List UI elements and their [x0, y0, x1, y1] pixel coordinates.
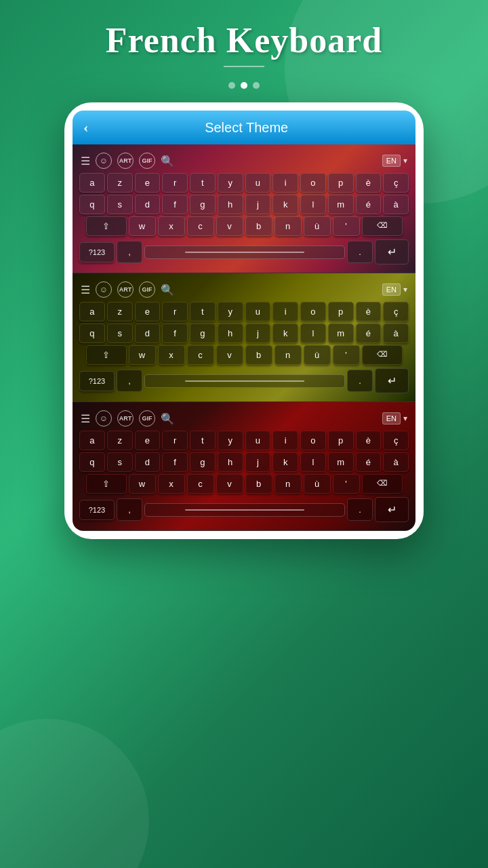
shift-key-2[interactable]: ⇧ — [86, 345, 127, 365]
key-v-t3[interactable]: v — [216, 474, 243, 494]
key-p-t2[interactable]: p — [328, 302, 354, 321]
enter-key-2[interactable]: ↵ — [375, 368, 409, 393]
key-h[interactable]: h — [218, 195, 243, 214]
art-icon-1[interactable]: ART — [117, 153, 134, 169]
key-eacute-t2[interactable]: é — [356, 323, 382, 343]
key-v-t2[interactable]: v — [216, 345, 243, 365]
dot-3[interactable] — [253, 82, 260, 89]
art-icon-2[interactable]: ART — [117, 281, 134, 298]
key-i-t2[interactable]: i — [272, 302, 298, 321]
search-icon-2[interactable]: 🔍 — [161, 283, 174, 296]
key-n-t2[interactable]: n — [274, 345, 302, 365]
key-q-t3[interactable]: q — [79, 452, 105, 472]
key-y-t2[interactable]: y — [218, 302, 243, 321]
key-o-t2[interactable]: o — [300, 302, 326, 321]
space-key-2[interactable] — [144, 374, 345, 388]
key-g-t3[interactable]: g — [190, 452, 216, 472]
dropdown-arrow-1[interactable]: ▾ — [403, 156, 407, 166]
key-apostrophe-t2[interactable]: ' — [333, 345, 360, 365]
key-s-t2[interactable]: s — [107, 323, 133, 343]
menu-icon-3[interactable]: ☰ — [81, 412, 90, 425]
num-key-3[interactable]: ?123 — [79, 500, 115, 520]
key-z-t2[interactable]: z — [107, 302, 133, 321]
back-button[interactable]: ‹ — [83, 119, 88, 136]
key-ccedilla-t3[interactable]: ç — [383, 431, 409, 450]
key-o-t3[interactable]: o — [300, 431, 326, 450]
shift-key-3[interactable]: ⇧ — [86, 474, 127, 494]
comma-key-2[interactable]: , — [117, 370, 142, 392]
key-apostrophe-t3[interactable]: ' — [333, 474, 360, 494]
key-a[interactable]: a — [79, 173, 105, 193]
key-x-t3[interactable]: x — [158, 474, 185, 494]
key-d[interactable]: d — [135, 195, 161, 214]
key-z-t3[interactable]: z — [107, 431, 133, 450]
key-ugrave-t3[interactable]: ù — [304, 474, 331, 494]
num-key-1[interactable]: ?123 — [79, 242, 115, 262]
key-a-t3[interactable]: a — [79, 431, 105, 450]
del-key-3[interactable]: ⌫ — [362, 474, 403, 494]
period-key-2[interactable]: . — [347, 370, 373, 392]
key-r-t3[interactable]: r — [162, 431, 188, 450]
key-t-t3[interactable]: t — [190, 431, 216, 450]
key-j-t2[interactable]: j — [245, 323, 271, 343]
key-u-t3[interactable]: u — [245, 431, 271, 450]
key-e-t2[interactable]: e — [135, 302, 161, 321]
key-i-t3[interactable]: i — [272, 431, 298, 450]
key-l-t3[interactable]: l — [300, 452, 326, 472]
key-w[interactable]: w — [129, 216, 156, 236]
comma-key-1[interactable]: , — [117, 241, 142, 263]
key-u[interactable]: u — [245, 173, 271, 193]
key-g-t2[interactable]: g — [190, 323, 216, 343]
key-r-t2[interactable]: r — [162, 302, 188, 321]
del-key-1[interactable]: ⌫ — [362, 216, 403, 236]
key-t[interactable]: t — [190, 173, 216, 193]
key-p-t3[interactable]: p — [328, 431, 354, 450]
key-o[interactable]: o — [300, 173, 326, 193]
key-c[interactable]: c — [187, 216, 214, 236]
key-x[interactable]: x — [158, 216, 185, 236]
key-m[interactable]: m — [328, 195, 354, 214]
key-d-t3[interactable]: d — [135, 452, 161, 472]
lang-badge-1[interactable]: EN — [382, 155, 401, 167]
gif-icon-2[interactable]: GIF — [139, 281, 155, 298]
key-b-t2[interactable]: b — [245, 345, 272, 365]
key-z[interactable]: z — [107, 173, 133, 193]
key-r[interactable]: r — [162, 173, 188, 193]
gif-icon-3[interactable]: GIF — [139, 410, 155, 427]
emoji-icon-2[interactable]: ☺ — [96, 281, 112, 298]
key-f-t3[interactable]: f — [162, 452, 188, 472]
key-q-t2[interactable]: q — [79, 323, 105, 343]
key-d-t2[interactable]: d — [135, 323, 161, 343]
key-egrave[interactable]: è — [356, 173, 382, 193]
key-ugrave[interactable]: ù — [304, 216, 331, 236]
key-p[interactable]: p — [328, 173, 354, 193]
key-m-t2[interactable]: m — [328, 323, 354, 343]
key-agrave-t3[interactable]: à — [383, 452, 409, 472]
key-w-t3[interactable]: w — [129, 474, 156, 494]
space-key-3[interactable] — [144, 503, 345, 517]
key-c-t2[interactable]: c — [187, 345, 214, 365]
enter-key-1[interactable]: ↵ — [375, 239, 409, 264]
key-k-t3[interactable]: k — [272, 452, 298, 472]
key-b-t3[interactable]: b — [245, 474, 272, 494]
menu-icon-2[interactable]: ☰ — [81, 283, 90, 296]
emoji-icon-1[interactable]: ☺ — [96, 153, 112, 169]
comma-key-3[interactable]: , — [117, 498, 142, 521]
key-i[interactable]: i — [272, 173, 298, 193]
key-j-t3[interactable]: j — [245, 452, 271, 472]
key-e-t3[interactable]: e — [135, 431, 161, 450]
search-icon-1[interactable]: 🔍 — [161, 155, 174, 167]
keyboard-theme-3[interactable]: ☰ ☺ ART GIF 🔍 EN ▾ a z e — [73, 402, 415, 531]
key-f-t2[interactable]: f — [162, 323, 188, 343]
key-g[interactable]: g — [190, 195, 216, 214]
key-w-t2[interactable]: w — [129, 345, 156, 365]
key-eacute[interactable]: é — [356, 195, 382, 214]
dropdown-arrow-2[interactable]: ▾ — [403, 285, 407, 295]
key-agrave-t2[interactable]: à — [383, 323, 409, 343]
lang-badge-2[interactable]: EN — [382, 283, 401, 296]
key-v[interactable]: v — [216, 216, 243, 236]
key-s[interactable]: s — [107, 195, 133, 214]
key-h-t2[interactable]: h — [218, 323, 243, 343]
key-ugrave-t2[interactable]: ù — [304, 345, 331, 365]
key-eacute-t3[interactable]: é — [356, 452, 382, 472]
